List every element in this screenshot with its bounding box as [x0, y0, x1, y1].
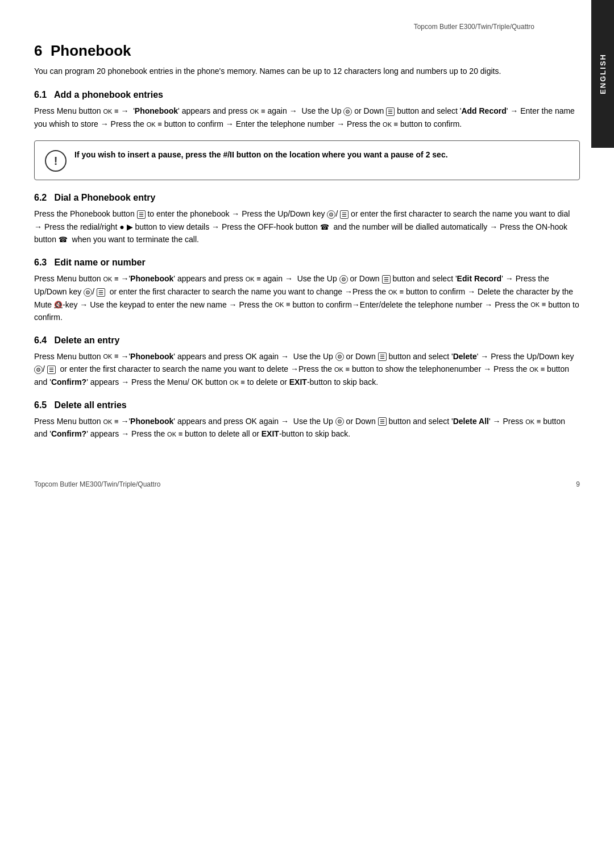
down-icon-6: ☰	[47, 366, 56, 374]
ok-icon-2: OK	[250, 106, 265, 118]
section-6-2-text: Press the Phonebook button ☰ to enter th…	[34, 207, 580, 246]
ok-icon-4: OK	[383, 119, 398, 131]
section-6-5-heading: 6.5 Delete all entries	[34, 400, 580, 410]
footer-left: Topcom Butler ME300/Twin/Triple/Quattro	[34, 480, 160, 488]
header-bar: Topcom Butler E300/Twin/Triple/Quattro	[34, 23, 580, 31]
ok-icon-16: OK	[167, 429, 182, 441]
section-6-1-title: Add a phonebook entries	[54, 90, 163, 99]
chapter-title: 6 Phonebook	[34, 42, 580, 60]
section-6-1-heading: 6.1 Add a phonebook entries	[34, 90, 580, 100]
ok-icon-7: OK	[388, 286, 404, 298]
ok-icon-13: OK	[230, 377, 245, 389]
ok-icon-12: OK	[529, 364, 545, 376]
off-hook-icon: ☎	[320, 222, 329, 234]
down-icon-3: ☰	[382, 275, 391, 284]
section-6-4-text: Press Menu button OK →'Phonebook' appear…	[34, 350, 580, 389]
note-icon: !	[45, 150, 67, 172]
up-icon-3: ⚙	[335, 352, 344, 361]
sidebar-english: ENGLISH	[591, 0, 614, 148]
section-6-1-text: Press Menu button OK → 'Phonebook' appea…	[34, 105, 580, 130]
section-6-5-text: Press Menu button OK →'Phonebook' appear…	[34, 415, 580, 441]
section-6-5-title: Delete all entries	[55, 400, 127, 410]
page: ENGLISH Topcom Butler E300/Twin/Triple/Q…	[0, 0, 614, 522]
footer-bar: Topcom Butler ME300/Twin/Triple/Quattro …	[34, 475, 580, 488]
note-text: If you wish to insert a pause, press the…	[74, 149, 448, 161]
section-6-3-id: 6.3	[34, 258, 47, 267]
section-6-5-id: 6.5	[34, 400, 47, 410]
down-icon-2: ☰	[340, 210, 349, 219]
section-6-1-id: 6.1	[34, 90, 47, 99]
mute-icon: 🔇	[54, 300, 63, 310]
down-icon-5: ☰	[378, 352, 387, 361]
ok-icon-5: OK	[103, 273, 118, 285]
circle-bullet: ●	[119, 222, 124, 231]
ok-icon-3: OK	[147, 119, 162, 131]
up-icon-2: ⚙	[339, 275, 348, 284]
chapter-title-text: Phonebook	[51, 42, 131, 59]
section-6-4-id: 6.4	[34, 335, 47, 345]
ok-icon-1: OK	[103, 106, 118, 118]
updown-icon-1: ⚙	[327, 210, 335, 219]
section-6-2-id: 6.2	[34, 193, 47, 202]
ok-icon-15: OK	[525, 416, 541, 428]
ok-icon-11: OK	[334, 364, 350, 376]
on-hook-icon: ☎	[59, 234, 68, 246]
chapter-number: 6	[34, 42, 42, 59]
section-6-3-text: Press Menu button OK →'Phonebook' appear…	[34, 272, 580, 323]
section-6-4-title: Delete an entry	[55, 335, 120, 345]
ok-icon-9: OK	[530, 299, 546, 311]
section-6-4-heading: 6.4 Delete an entry	[34, 335, 580, 346]
header-model: Topcom Butler E300/Twin/Triple/Quattro	[414, 23, 534, 31]
section-6-3-title: Edit name or number	[55, 258, 146, 267]
sidebar-label: ENGLISH	[599, 53, 607, 94]
ok-icon-14: OK	[103, 416, 118, 428]
ok-icon-10: OK	[103, 351, 118, 363]
note-text-content: If you wish to insert a pause, press the…	[74, 150, 448, 159]
updown-icon-2: ⚙	[84, 288, 92, 297]
note-box: ! If you wish to insert a pause, press t…	[34, 140, 580, 180]
footer-right: 9	[576, 480, 580, 488]
up-icon-4: ⚙	[335, 417, 344, 426]
down-icon-1: ☰	[386, 107, 395, 116]
down-icon-7: ☰	[378, 417, 387, 426]
updown-icon-3: ⚙	[34, 366, 43, 374]
section-6-2-heading: 6.2 Dial a Phonebook entry	[34, 193, 580, 203]
chapter-intro: You can program 20 phonebook entries in …	[34, 65, 580, 77]
up-icon-1: ⚙	[343, 107, 352, 116]
section-6-3-heading: 6.3 Edit name or number	[34, 258, 580, 268]
ok-icon-8: OK	[275, 299, 291, 311]
down-icon-4: ☰	[97, 288, 105, 297]
section-6-2-title: Dial a Phonebook entry	[55, 193, 156, 202]
phonebook-icon-1: ☰	[137, 210, 146, 219]
ok-icon-6: OK	[246, 273, 261, 285]
